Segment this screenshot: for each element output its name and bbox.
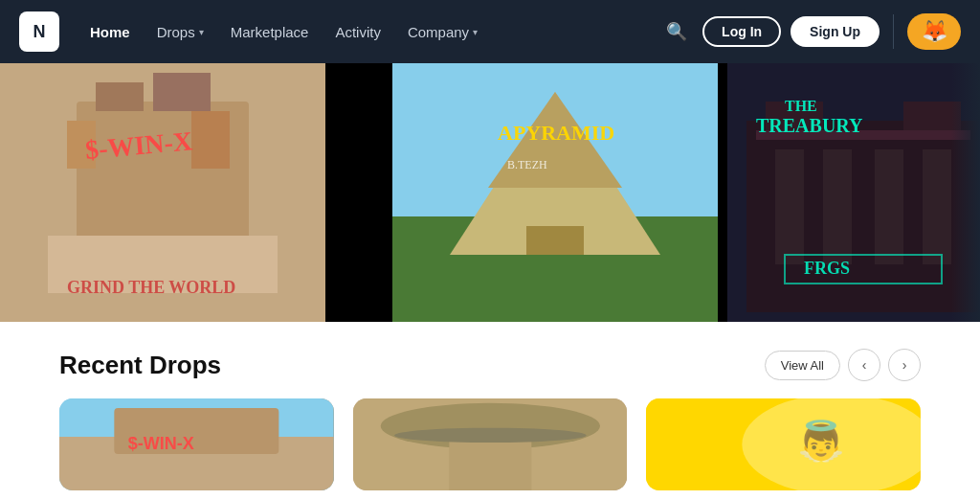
drop-card-1[interactable]: $-WIN-X bbox=[59, 398, 334, 490]
navbar: N Home Drops ▾ Marketplace Activity Comp… bbox=[0, 0, 980, 63]
carousel-track bbox=[0, 63, 980, 322]
carousel-gap bbox=[325, 63, 392, 322]
drop-card-2[interactable] bbox=[353, 398, 628, 490]
chevron-down-icon-2: ▾ bbox=[473, 27, 478, 37]
drop-card-image-3: 👼 bbox=[646, 398, 921, 490]
search-icon: 🔍 bbox=[666, 22, 687, 41]
nav-link-marketplace[interactable]: Marketplace bbox=[219, 18, 321, 46]
carousel-slide-swinx[interactable] bbox=[0, 63, 325, 322]
carousel-slide-treasury[interactable] bbox=[727, 63, 980, 322]
prev-arrow-button[interactable]: ‹ bbox=[848, 349, 880, 381]
svg-text:👼: 👼 bbox=[797, 418, 845, 464]
drops-grid: $-WIN-X 👼 bbox=[59, 398, 921, 490]
drop-card-image-2 bbox=[353, 398, 628, 490]
nav-links: Home Drops ▾ Marketplace Activity Compan… bbox=[78, 18, 653, 46]
nav-link-drops[interactable]: Drops ▾ bbox=[145, 18, 215, 46]
carousel-slide-pyramid[interactable] bbox=[392, 63, 718, 322]
hero-carousel bbox=[0, 63, 980, 322]
fox-icon: 🦊 bbox=[922, 19, 947, 44]
svg-point-7 bbox=[394, 428, 587, 443]
signup-button[interactable]: Sign Up bbox=[791, 16, 880, 47]
drop-card-image-1: $-WIN-X bbox=[59, 398, 334, 490]
right-edge bbox=[951, 63, 980, 322]
svg-text:$-WIN-X: $-WIN-X bbox=[128, 434, 194, 453]
slide-image-treasury bbox=[727, 63, 980, 322]
login-button[interactable]: Log In bbox=[702, 16, 781, 47]
drop-card-3[interactable]: 👼 bbox=[646, 398, 921, 490]
logo-letter: N bbox=[33, 22, 46, 42]
svg-rect-6 bbox=[449, 435, 531, 490]
section-actions: View All ‹ › bbox=[765, 349, 921, 381]
search-button[interactable]: 🔍 bbox=[660, 15, 693, 48]
slide-image-swinx bbox=[0, 63, 325, 322]
nav-link-home[interactable]: Home bbox=[78, 18, 142, 46]
chevron-left-icon: ‹ bbox=[862, 357, 867, 373]
logo-box[interactable]: N bbox=[19, 11, 59, 52]
nav-link-company[interactable]: Company ▾ bbox=[396, 18, 489, 46]
next-arrow-button[interactable]: › bbox=[888, 349, 921, 381]
section-title: Recent Drops bbox=[59, 351, 221, 380]
section-header: Recent Drops View All ‹ › bbox=[59, 349, 921, 381]
chevron-down-icon: ▾ bbox=[199, 27, 204, 37]
nav-actions: 🔍 Log In Sign Up 🦊 bbox=[660, 13, 961, 50]
nav-divider bbox=[893, 14, 894, 49]
recent-drops-section: Recent Drops View All ‹ › $-WIN-X bbox=[0, 322, 980, 500]
avatar-button[interactable]: 🦊 bbox=[907, 13, 961, 50]
chevron-right-icon: › bbox=[902, 357, 907, 373]
slide-image-pyramid bbox=[392, 63, 718, 322]
view-all-button[interactable]: View All bbox=[765, 351, 840, 380]
nav-link-activity[interactable]: Activity bbox=[323, 18, 392, 46]
carousel-gap-2 bbox=[718, 63, 727, 322]
